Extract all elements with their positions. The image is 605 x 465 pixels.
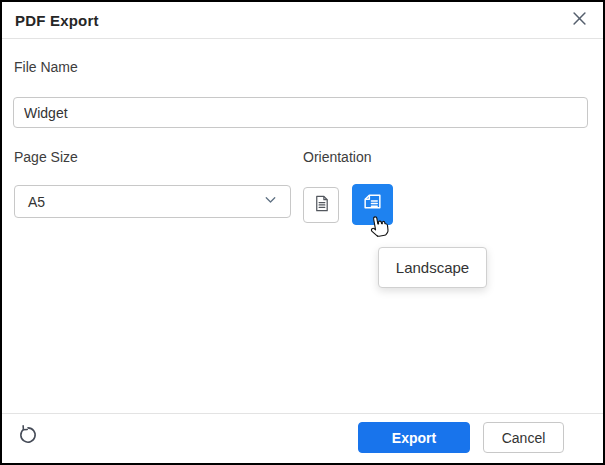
dialog-title: PDF Export <box>15 12 99 29</box>
footer-divider <box>2 413 603 414</box>
reset-button[interactable] <box>14 422 42 450</box>
page-size-label: Page Size <box>14 149 78 165</box>
reset-refresh-icon <box>17 424 39 449</box>
export-button[interactable]: Export <box>358 422 470 453</box>
file-name-input[interactable] <box>13 97 588 128</box>
cancel-button[interactable]: Cancel <box>483 422 564 453</box>
orientation-portrait-button[interactable] <box>303 187 339 223</box>
orientation-landscape-button[interactable] <box>352 184 393 225</box>
tooltip-text: Landscape <box>396 259 469 276</box>
page-size-value: A5 <box>28 194 45 210</box>
pdf-export-dialog: PDF Export File Name Page Size A5 Orient… <box>0 0 605 465</box>
orientation-label: Orientation <box>303 149 371 165</box>
file-name-label: File Name <box>14 59 78 75</box>
landscape-page-icon <box>362 192 383 217</box>
close-icon <box>573 12 586 28</box>
page-size-select[interactable]: A5 <box>14 185 291 218</box>
close-button[interactable] <box>568 9 590 31</box>
portrait-page-icon <box>312 194 331 217</box>
orientation-tooltip: Landscape <box>378 247 487 288</box>
dialog-header: PDF Export <box>2 2 603 39</box>
chevron-down-icon <box>262 191 279 212</box>
